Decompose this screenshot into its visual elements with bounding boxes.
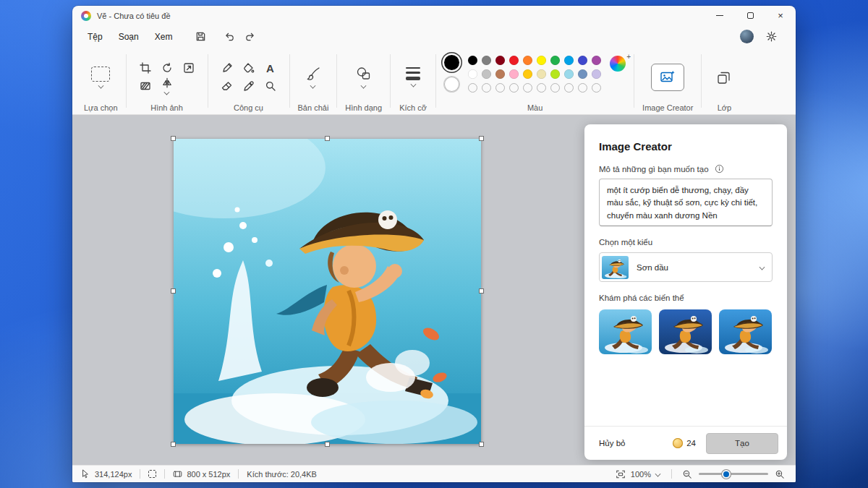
style-dropdown[interactable]: Sơn dầu [599,252,773,282]
group-label-colors: Màu [527,101,542,112]
transparent-select-button[interactable] [136,77,155,95]
text-tool[interactable]: A [261,59,280,77]
color-swatch[interactable] [495,56,505,65]
color-swatch[interactable] [592,69,601,79]
color-swatch-empty[interactable] [592,83,601,93]
resize-button[interactable] [179,59,198,77]
color-swatch[interactable] [550,69,560,79]
settings-button[interactable] [761,28,781,46]
close-button[interactable]: × [765,6,796,25]
color-swatch[interactable] [523,69,532,79]
size-button[interactable] [399,61,427,93]
rotate-button[interactable] [158,59,176,77]
create-button[interactable]: Tạo [706,433,778,454]
zoom-in-button[interactable] [773,469,787,479]
color-swatch-empty[interactable] [537,83,546,93]
color-swatch[interactable] [509,56,519,65]
pencil-icon [221,62,233,74]
variant-1[interactable] [599,309,652,354]
fit-screen-icon [616,469,626,479]
magnifier-tool[interactable] [261,77,280,95]
fill-tool[interactable] [239,59,258,77]
variant-3[interactable] [719,309,772,354]
color-swatch-empty[interactable] [550,83,560,93]
chevron-down-icon [310,83,316,89]
brushes-button[interactable] [299,61,328,93]
resize-handle[interactable] [479,288,484,294]
color-swatch-empty[interactable] [509,83,519,93]
color-swatch[interactable] [592,56,601,65]
color-swatch[interactable] [578,69,587,79]
pencil-tool[interactable] [218,59,237,77]
minimize-icon [716,15,723,16]
image-creator-button[interactable] [651,64,684,91]
ribbon-group-image-creator: Image Creator [635,48,700,114]
menu-edit[interactable]: Soạn [111,28,147,46]
fit-to-screen-button[interactable] [613,469,628,479]
primary-color[interactable] [444,55,459,70]
flip-button[interactable] [158,77,176,95]
variant-list [599,309,773,354]
secondary-color[interactable] [444,77,459,92]
group-divider [634,54,634,108]
color-swatch-empty[interactable] [578,83,587,93]
color-swatch[interactable] [482,69,491,79]
color-swatch[interactable] [550,56,560,65]
color-swatch-empty[interactable] [495,83,505,93]
save-button[interactable] [190,28,210,46]
status-divider [671,469,672,479]
color-swatch[interactable] [564,56,574,65]
color-swatch[interactable] [495,69,505,79]
ribbon-group-shapes: Hình dạng [338,48,389,114]
variant-2[interactable] [659,309,712,354]
titlebar[interactable]: Vẽ - Chưa có tiêu đề × [72,6,796,25]
zoom-level-dropdown[interactable]: 100% [631,470,660,479]
resize-handle[interactable] [325,136,330,141]
crop-button[interactable] [136,59,155,77]
color-swatch-empty[interactable] [523,83,532,93]
color-swatch[interactable] [537,56,546,65]
color-swatch[interactable] [564,69,574,79]
redo-icon [244,31,255,42]
resize-handle[interactable] [479,442,484,447]
color-picker-tool[interactable] [239,77,258,95]
maximize-button[interactable] [735,6,765,25]
prompt-input[interactable]: một ít cướp biển dễ thương, chạy, đầy mà… [599,179,773,226]
color-swatch[interactable] [509,69,519,79]
shapes-button[interactable] [349,61,378,93]
undo-button[interactable] [219,28,239,46]
cancel-button[interactable]: Hủy bỏ [599,439,625,448]
zoom-slider-thumb[interactable] [722,470,731,479]
color-swatch-empty[interactable] [564,83,574,93]
resize-handle[interactable] [479,136,484,141]
edit-colors-wheel[interactable] [610,56,626,72]
minimize-button[interactable] [705,6,735,25]
info-button[interactable] [715,164,724,174]
menu-view[interactable]: Xem [147,28,181,46]
menu-file[interactable]: Tệp [80,28,111,46]
style-thumbnail [602,256,629,279]
resize-handle[interactable] [171,288,176,294]
layers-button[interactable] [710,61,739,93]
canvas-image[interactable] [174,139,481,444]
color-swatch-empty[interactable] [482,83,491,93]
resize-handle[interactable] [171,442,176,447]
resize-handle[interactable] [171,136,176,141]
zoom-out-button[interactable] [680,469,694,479]
color-swatch-empty[interactable] [468,83,477,93]
status-divider [164,469,165,479]
redo-button[interactable] [239,28,260,46]
eraser-tool[interactable] [218,77,237,95]
color-swatch[interactable] [578,56,587,65]
zoom-slider[interactable] [699,473,768,475]
color-swatch[interactable] [482,56,491,65]
group-divider [435,54,436,108]
file-size: Kích thước: 20,4KB [247,470,317,479]
account-avatar[interactable] [740,30,754,43]
color-swatch[interactable] [468,69,477,79]
color-swatch[interactable] [537,69,546,79]
color-swatch[interactable] [468,56,477,65]
selection-tool-button[interactable] [86,61,115,93]
resize-handle[interactable] [325,442,330,447]
color-swatch[interactable] [523,56,532,65]
